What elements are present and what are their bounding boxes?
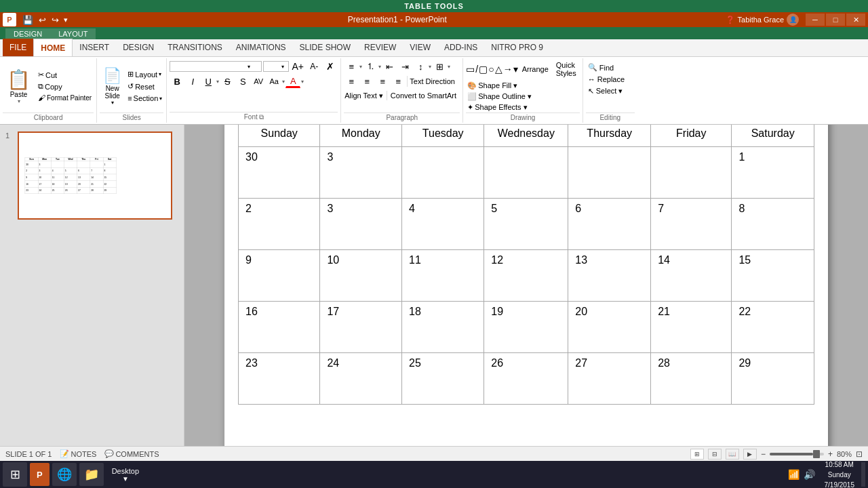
shape-outline-button[interactable]: ⬜Shape Outline ▾ bbox=[466, 92, 579, 102]
bold-button[interactable]: B bbox=[170, 75, 184, 88]
cell-4-3[interactable]: 26 bbox=[484, 353, 568, 405]
cell-1-0[interactable]: 2 bbox=[239, 199, 320, 250]
cell-2-1[interactable]: 10 bbox=[320, 250, 402, 302]
clear-format-button[interactable]: ✗ bbox=[323, 60, 338, 73]
case-button[interactable]: Aa bbox=[267, 75, 281, 88]
tab-addins[interactable]: ADD-INS bbox=[437, 39, 484, 56]
slide-thumbnail[interactable]: Sun Mon Tue Wed Thu Fri Sat 3031 2345678… bbox=[18, 131, 172, 220]
view-reading-button[interactable]: 📖 bbox=[726, 449, 739, 460]
decrease-indent-button[interactable]: ⇤ bbox=[382, 60, 397, 73]
shrink-font-button[interactable]: A- bbox=[307, 60, 321, 73]
underline-button[interactable]: U bbox=[201, 75, 216, 88]
notes-button[interactable]: 📝NOTES bbox=[60, 449, 96, 458]
font-family-input[interactable]: Calibri (Body) bbox=[173, 62, 248, 70]
qat-redo[interactable]: ↪ bbox=[50, 15, 61, 25]
zoom-in-button[interactable]: + bbox=[828, 449, 833, 459]
calendar-container[interactable]: Sunday Monday Tuesday Wednesday Thursday… bbox=[238, 125, 814, 405]
increase-indent-button[interactable]: ⇥ bbox=[397, 60, 412, 73]
show-desktop-button[interactable] bbox=[861, 462, 865, 487]
cell-0-1[interactable]: 3 bbox=[320, 147, 402, 199]
select-button[interactable]: ↖Select ▾ bbox=[586, 86, 635, 96]
cell-0-0[interactable]: 30 bbox=[239, 147, 320, 199]
cell-3-6[interactable]: 22 bbox=[732, 302, 814, 353]
cell-4-6[interactable]: 29 bbox=[732, 353, 814, 405]
view-slideshow-button[interactable]: ▶ bbox=[743, 449, 757, 460]
close-button[interactable]: ✕ bbox=[846, 14, 865, 26]
minimize-button[interactable]: ─ bbox=[806, 14, 825, 26]
cell-4-5[interactable]: 28 bbox=[651, 353, 732, 405]
slide-item[interactable]: 1 Sun Mon Tue Wed Thu Fri Sat bbox=[3, 129, 181, 222]
cell-1-1[interactable]: 3 bbox=[320, 199, 402, 250]
zoom-out-button[interactable]: − bbox=[761, 449, 766, 459]
cell-1-4[interactable]: 6 bbox=[568, 199, 651, 250]
italic-button[interactable]: I bbox=[185, 75, 200, 88]
zoom-level[interactable]: 80% bbox=[837, 450, 852, 458]
font-size-input[interactable]: 18 bbox=[267, 62, 281, 70]
taskbar-ppt-button[interactable]: P bbox=[30, 463, 50, 486]
text-direction-button[interactable]: Text Direction bbox=[409, 75, 456, 88]
qat-save[interactable]: 💾 bbox=[20, 15, 35, 25]
view-slide-sorter-button[interactable]: ⊟ bbox=[708, 449, 722, 460]
cell-4-0[interactable]: 23 bbox=[239, 353, 320, 405]
desktop-label[interactable]: Desktop▼ bbox=[106, 467, 144, 483]
qat-undo[interactable]: ↩ bbox=[37, 15, 48, 25]
tab-file[interactable]: FILE bbox=[3, 39, 33, 56]
section-button[interactable]: ≡Section ▾ bbox=[126, 94, 163, 103]
cell-2-5[interactable]: 14 bbox=[651, 250, 732, 302]
spacing-button[interactable]: AV bbox=[251, 75, 266, 88]
volume-icon[interactable]: 🔊 bbox=[804, 469, 815, 480]
taskbar-folder[interactable]: 📁 bbox=[79, 463, 104, 486]
tab-nitro[interactable]: NITRO PRO 9 bbox=[484, 39, 550, 56]
help-icon[interactable]: ❓ bbox=[726, 16, 735, 24]
shape-rect[interactable]: ▭ bbox=[466, 64, 475, 75]
cell-3-4[interactable]: 20 bbox=[568, 302, 651, 353]
shape-rounded[interactable]: ▢ bbox=[479, 64, 488, 75]
bullets-button[interactable]: ≡ bbox=[344, 60, 359, 73]
cut-button[interactable]: ✂Cut bbox=[36, 70, 94, 80]
qat-customize[interactable]: ▾ bbox=[62, 16, 69, 24]
columns-button[interactable]: ⊞ bbox=[432, 60, 447, 73]
font-size-selector[interactable]: 18 ▾ bbox=[263, 61, 289, 72]
new-slide-button[interactable]: 📄 New Slide ▾ bbox=[100, 64, 125, 108]
shape-more[interactable]: ▾ bbox=[513, 64, 518, 75]
taskbar-chrome[interactable]: 🌐 bbox=[52, 463, 77, 486]
cell-4-1[interactable]: 24 bbox=[320, 353, 402, 405]
grow-font-button[interactable]: A+ bbox=[290, 60, 305, 73]
cell-1-2[interactable]: 4 bbox=[402, 199, 484, 250]
cell-1-6[interactable]: 8 bbox=[732, 199, 814, 250]
arrange-button[interactable]: Arrange bbox=[519, 64, 552, 75]
tab-home[interactable]: HOME bbox=[33, 39, 73, 56]
shape-line[interactable]: / bbox=[475, 64, 478, 75]
tab-view[interactable]: VIEW bbox=[403, 39, 437, 56]
quick-styles-button[interactable]: QuickStyles bbox=[553, 60, 580, 79]
shape-ellipse[interactable]: ○ bbox=[488, 64, 494, 75]
context-design-tab[interactable]: DESIGN bbox=[5, 28, 50, 39]
tab-review[interactable]: REVIEW bbox=[357, 39, 403, 56]
tab-slideshow[interactable]: SLIDE SHOW bbox=[293, 39, 357, 56]
cell-0-5[interactable] bbox=[651, 147, 732, 199]
copy-button[interactable]: ⧉Copy bbox=[36, 81, 94, 92]
reset-button[interactable]: ↺Reset bbox=[126, 81, 163, 92]
cell-3-3[interactable]: 19 bbox=[484, 302, 568, 353]
cell-1-5[interactable]: 7 bbox=[651, 199, 732, 250]
context-layout-tab[interactable]: LAYOUT bbox=[50, 28, 96, 39]
font-dialog-launcher[interactable]: ⧉ bbox=[259, 113, 264, 121]
cell-3-1[interactable]: 17 bbox=[320, 302, 402, 353]
comments-button[interactable]: 💬COMMENTS bbox=[104, 449, 159, 458]
align-right-button[interactable]: ≡ bbox=[375, 75, 390, 88]
layout-button[interactable]: ⊞Layout ▾ bbox=[126, 69, 163, 79]
align-left-button[interactable]: ≡ bbox=[344, 75, 359, 88]
align-text-button[interactable]: Align Text ▾ bbox=[344, 89, 384, 102]
start-button[interactable]: ⊞ bbox=[3, 462, 27, 487]
cell-0-3[interactable] bbox=[484, 147, 568, 199]
font-color-button[interactable]: A bbox=[285, 75, 300, 88]
convert-smartart-button[interactable]: Convert to SmartArt bbox=[390, 89, 457, 102]
cell-4-2[interactable]: 25 bbox=[402, 353, 484, 405]
cell-1-3[interactable]: 5 bbox=[484, 199, 568, 250]
tab-design[interactable]: DESIGN bbox=[116, 39, 161, 56]
strikethrough-button[interactable]: S bbox=[220, 75, 235, 88]
text-area[interactable] bbox=[238, 407, 814, 446]
cell-4-4[interactable]: 27 bbox=[568, 353, 651, 405]
cell-0-2[interactable] bbox=[402, 147, 484, 199]
tab-animations[interactable]: ANIMATIONS bbox=[229, 39, 293, 56]
